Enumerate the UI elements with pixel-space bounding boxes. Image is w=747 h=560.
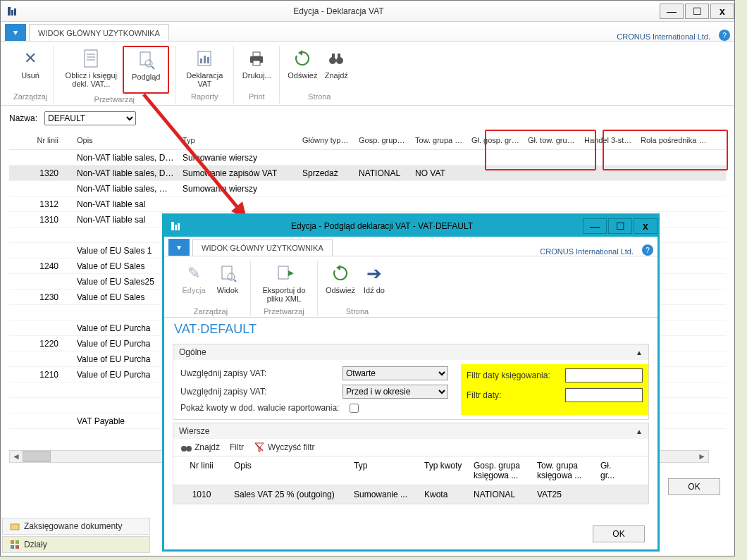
col-typ[interactable]: Typ — [178, 134, 298, 147]
date-filter-input[interactable] — [565, 388, 643, 402]
child-find-button[interactable]: Znajdź — [180, 442, 220, 452]
svg-rect-26 — [16, 545, 19, 549]
preview-button[interactable]: Podgląd — [123, 46, 169, 94]
child-close-button[interactable]: x — [634, 218, 658, 234]
refresh-button[interactable]: Odśwież — [285, 46, 319, 91]
child-col-gl[interactable]: Gł. gr... — [596, 458, 617, 483]
collapse-icon[interactable]: ▲ — [636, 349, 643, 356]
child-col-typkwoty[interactable]: Typ kwoty — [420, 458, 469, 483]
nav-posted-documents[interactable]: Zaksięgowane dokumenty — [2, 518, 150, 535]
col-nr[interactable]: Nr linii — [9, 134, 73, 147]
modules-icon — [10, 540, 20, 549]
folder-icon — [10, 521, 20, 531]
name-select[interactable]: DEFAULT — [44, 111, 136, 125]
svg-rect-32 — [222, 266, 232, 279]
clear-filter-icon — [254, 442, 265, 453]
include-vat-entries-1-select[interactable]: Otwarte — [342, 366, 448, 380]
child-col-typ[interactable]: Typ — [350, 458, 420, 483]
child-company-name: CRONUS International Ltd. — [540, 247, 634, 256]
child-edit-button[interactable]: ✎ Edycja — [177, 261, 211, 306]
app-icon — [168, 219, 183, 233]
svg-marker-36 — [288, 270, 294, 276]
document-calc-icon — [80, 47, 102, 70]
general-panel: Ogólne ▲ Uwzględnij zapisy VAT: Otwarte … — [173, 344, 649, 420]
print-button[interactable]: Drukuj... — [240, 46, 273, 91]
col-gtk[interactable]: Główny typ księgowania — [298, 134, 354, 147]
maximize-button[interactable]: ☐ — [685, 4, 709, 19]
child-col-opis[interactable]: Opis — [230, 458, 350, 483]
child-maximize-button[interactable]: ☐ — [608, 218, 632, 234]
close-button[interactable]: x — [710, 4, 734, 19]
svg-rect-22 — [11, 524, 19, 530]
svg-point-38 — [181, 446, 187, 452]
child-col-nr[interactable]: Nr linii — [173, 458, 230, 483]
svg-rect-16 — [253, 61, 260, 66]
svg-rect-35 — [278, 266, 288, 279]
table-row[interactable]: 1312Non-VAT liable sal — [9, 197, 726, 212]
svg-rect-23 — [11, 540, 14, 544]
child-minimize-button[interactable]: — — [583, 218, 607, 234]
export-icon — [273, 262, 295, 285]
table-row[interactable]: Non-VAT liable sales, Ov...Sumowanie wie… — [9, 181, 726, 197]
svg-point-39 — [186, 446, 192, 452]
view-icon — [216, 262, 239, 285]
refresh-icon — [329, 262, 352, 285]
svg-rect-20 — [332, 54, 335, 58]
svg-rect-0 — [8, 7, 11, 15]
child-menu-dropdown[interactable]: ▾ — [168, 239, 190, 256]
child-export-xml-button[interactable]: Eksportuj do pliku XML — [257, 261, 311, 306]
show-addcurr-checkbox[interactable] — [350, 404, 359, 413]
svg-rect-21 — [338, 54, 340, 58]
binoculars-icon — [325, 47, 347, 70]
child-table-row[interactable]: 1010 Sales VAT 25 % (outgoing) Sumowanie… — [173, 485, 648, 504]
child-section-title: VAT·DEFAULT — [164, 318, 658, 341]
posting-date-filter-label: Filtr daty księgowania: — [467, 371, 558, 380]
ribbon-tab-main[interactable]: WIDOK GŁÓWNY UŻYTKOWNIKA — [29, 24, 169, 41]
child-col-towgrupa[interactable]: Tow. grupa księgowa ... — [533, 458, 596, 483]
svg-rect-30 — [175, 225, 177, 230]
svg-marker-17 — [298, 50, 302, 56]
pencil-icon: ✎ — [183, 262, 205, 285]
child-goto-button[interactable]: ➔ Idź do — [357, 261, 391, 306]
col-ggk[interactable]: Gosp. grupa księgowa VAT — [354, 134, 411, 147]
svg-rect-3 — [85, 50, 97, 67]
svg-rect-24 — [16, 540, 19, 544]
child-filter-button[interactable]: Filtr — [230, 442, 244, 452]
child-ok-button[interactable]: OK — [593, 525, 645, 542]
child-refresh-button[interactable]: Odśwież — [323, 261, 357, 306]
main-titlebar: Edycja - Deklaracja VAT — ☐ x — [1, 1, 734, 22]
menu-dropdown[interactable]: ▾ — [5, 24, 26, 41]
child-help-icon[interactable]: ? — [642, 244, 653, 256]
refresh-icon — [291, 47, 314, 70]
company-name: CRONUS International Ltd. — [617, 32, 710, 41]
binoculars-icon — [180, 442, 192, 452]
collapse-icon[interactable]: ▲ — [636, 428, 643, 435]
posting-date-filter-input[interactable] — [565, 368, 643, 382]
calc-post-button[interactable]: Oblicz i księguj dekl. VAT... — [59, 46, 123, 94]
child-col-gospgrupa[interactable]: Gosp. grupa księgowa ... — [469, 458, 533, 483]
svg-point-8 — [145, 60, 152, 67]
highlight-box-2 — [603, 130, 728, 170]
highlight-box-1 — [485, 130, 596, 170]
vat-declaration-button[interactable]: Deklaracja VAT — [181, 46, 228, 91]
help-icon[interactable]: ? — [719, 30, 730, 41]
delete-button[interactable]: ✕ Usuń — [13, 46, 47, 91]
col-tgk[interactable]: Tow. grupa księgowa VAT — [411, 134, 467, 147]
child-ribbon-tab-main[interactable]: WIDOK GŁÓWNY UŻYTKOWNIKA — [192, 239, 333, 256]
nav-departments[interactable]: Działy — [2, 536, 150, 553]
minimize-button[interactable]: — — [660, 4, 684, 19]
report-icon — [193, 47, 216, 70]
scroll-left-icon[interactable]: ◄ — [10, 451, 23, 462]
ok-button[interactable]: OK — [668, 478, 720, 495]
find-button[interactable]: Znajdź — [319, 46, 353, 91]
include-vat-entries-2-select[interactable]: Przed i w okresie — [342, 385, 448, 399]
include-vat-entries-2-label: Uwzględnij zapisy VAT: — [180, 387, 342, 397]
svg-rect-12 — [204, 56, 206, 63]
svg-rect-13 — [207, 57, 209, 63]
child-clear-filter-button[interactable]: Wyczyść filtr — [254, 442, 315, 453]
scroll-right-icon[interactable]: ► — [696, 451, 708, 462]
col-opis[interactable]: Opis — [73, 134, 178, 147]
date-filter-highlight: Filtr daty księgowania: Filtr daty: — [461, 364, 648, 415]
child-view-button[interactable]: Widok — [211, 261, 245, 306]
rows-panel: Wiersze ▲ Znajdź Filtr Wyczyść filtr Nr … — [173, 423, 649, 504]
